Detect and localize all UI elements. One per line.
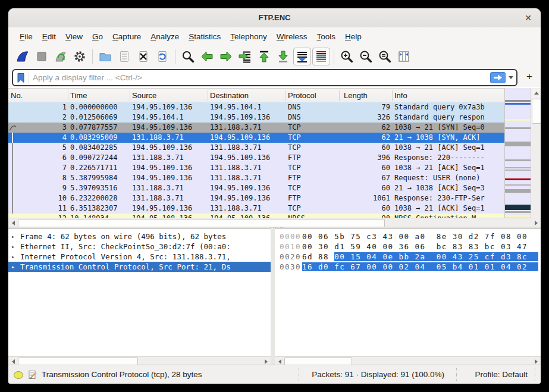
zoom-reset-icon (378, 49, 392, 64)
menu-statistics[interactable]: Statistics (184, 30, 225, 43)
go-first-packet-button[interactable] (255, 48, 273, 65)
arrow-down-bar-icon (276, 49, 290, 64)
table-row[interactable]: 50.083402285194.95.109.136131.188.3.71TC… (8, 143, 504, 153)
menu-wireless[interactable]: Wireless (272, 30, 312, 43)
col-no[interactable]: No. (11, 89, 23, 102)
table-row[interactable]: 60.090727244131.188.3.71194.95.109.136FT… (8, 153, 504, 163)
scrollbar-minimap[interactable] (504, 88, 531, 227)
close-icon[interactable]: ✕ (523, 12, 534, 23)
folder-icon (98, 49, 112, 64)
hscroll-thumb[interactable] (18, 219, 385, 227)
capture-options-button[interactable] (71, 48, 89, 65)
triangle-left-icon (278, 359, 281, 364)
menu-telephony[interactable]: Telephony (225, 30, 272, 43)
arrow-right-icon (219, 49, 233, 64)
filter-dropdown-button[interactable] (507, 71, 515, 84)
restart-capture-button[interactable] (52, 48, 70, 65)
expand-arrow-icon[interactable]: ▸ (11, 231, 15, 242)
toolbar-separator (175, 49, 175, 64)
go-last-packet-button[interactable] (274, 48, 292, 65)
detail-row-tcp-selected[interactable]: ▸Transmission Control Protocol, Src Port… (8, 262, 271, 272)
menu-tools[interactable]: Tools (312, 30, 341, 43)
packet-list-vscrollbar[interactable] (531, 88, 541, 227)
start-capture-button[interactable] (14, 48, 32, 65)
zoom-out-button[interactable] (357, 48, 375, 65)
table-row[interactable]: 30.077877557194.95.109.136131.188.3.71TC… (8, 123, 504, 133)
menu-analyze[interactable]: Analyze (146, 30, 184, 43)
table-row[interactable]: 85.387995984194.95.109.136131.188.3.71FT… (8, 173, 504, 183)
menu-go[interactable]: Go (87, 30, 108, 43)
capture-comment-icon[interactable] (28, 370, 37, 380)
menu-edit[interactable]: Edit (37, 30, 61, 43)
go-to-packet-button[interactable] (236, 48, 254, 65)
menu-view[interactable]: View (61, 30, 87, 43)
menu-capture[interactable]: Capture (108, 30, 146, 43)
packet-list: No. Time Source Destination Protocol Len… (8, 87, 541, 227)
expand-arrow-icon[interactable]: ▸ (11, 242, 15, 252)
status-profile[interactable]: Profile: Default (475, 365, 528, 384)
detail-row-ip[interactable]: ▸Internet Protocol Version 4, Src: 131.1… (8, 252, 271, 262)
table-row[interactable]: 116.351382307194.95.109.136131.188.3.71T… (8, 203, 504, 214)
search-icon (181, 49, 195, 64)
triangle-right-icon (265, 359, 268, 364)
open-file-button[interactable] (96, 48, 114, 65)
scroll-left-button[interactable] (9, 219, 17, 227)
main-toolbar (8, 46, 541, 67)
display-filter-input[interactable] (29, 73, 490, 82)
scroll-right-button[interactable] (532, 219, 540, 227)
detail-row-frame[interactable]: ▸Frame 4: 62 bytes on wire (496 bits), 6… (8, 231, 271, 242)
gear-icon (73, 49, 87, 64)
hex-row[interactable]: 003016 d0 fc 67 00 00 02 04 05 b4 01 01 … (275, 262, 541, 272)
close-file-button[interactable] (134, 48, 152, 65)
table-row[interactable]: 20.012506069194.95.104.1194.95.109.136DN… (8, 112, 504, 123)
colorize-toggle[interactable] (312, 48, 330, 65)
triangle-up-icon (534, 92, 539, 95)
arrow-up-bar-icon (257, 49, 271, 64)
resize-columns-button[interactable] (395, 48, 413, 65)
col-time[interactable]: Time (70, 89, 87, 102)
add-filter-button[interactable]: + (523, 69, 536, 84)
vscroll-thumb[interactable] (532, 99, 541, 124)
stop-capture-button[interactable] (33, 48, 51, 65)
auto-scroll-toggle[interactable] (293, 48, 311, 65)
table-row[interactable]: 95.397093516131.188.3.71194.95.109.136TC… (8, 183, 504, 193)
col-info[interactable]: Info (394, 89, 407, 102)
col-protocol[interactable]: Protocol (288, 89, 316, 102)
table-row[interactable]: 1210.148934194.95.108.136194.95.109.136N… (8, 214, 504, 218)
save-file-button[interactable] (115, 48, 133, 65)
col-length[interactable]: Length (344, 89, 368, 102)
expand-arrow-icon[interactable]: ▸ (11, 252, 15, 262)
filter-bookmark-icon[interactable] (13, 71, 29, 84)
col-destination[interactable]: Destination (210, 89, 249, 102)
go-forward-button[interactable] (217, 48, 235, 65)
hex-row[interactable]: 00206d 88 00 15 04 0e bb 2a 00 43 25 cf … (275, 252, 541, 262)
table-row[interactable]: 70.226571711194.95.109.136131.188.3.71TC… (8, 163, 504, 173)
go-back-button[interactable] (198, 48, 216, 65)
menu-file[interactable]: File (15, 30, 37, 43)
pane-splitter-vertical[interactable] (271, 228, 275, 365)
reload-file-button[interactable] (153, 48, 171, 65)
menu-help[interactable]: Help (340, 30, 366, 43)
table-row-selected[interactable]: 40.083295009131.188.3.71194.95.109.136TC… (8, 133, 504, 143)
hex-row[interactable]: 001000 30 d1 59 40 00 36 06 bc 83 83 bc … (275, 242, 541, 252)
reload-document-icon (155, 49, 170, 64)
detail-row-ethernet[interactable]: ▸Ethernet II, Src: CheckPointSo_30:d2:7f… (8, 242, 271, 252)
titlebar[interactable]: FTP.ENC ✕ (8, 8, 541, 28)
zoom-reset-button[interactable] (376, 48, 394, 65)
expand-arrow-icon[interactable]: ▸ (11, 262, 15, 272)
restart-fin-icon (54, 49, 68, 64)
col-source[interactable]: Source (132, 89, 156, 102)
zoom-in-button[interactable] (338, 48, 356, 65)
packet-list-header[interactable]: No. Time Source Destination Protocol Len… (8, 88, 504, 104)
scroll-up-button[interactable] (532, 89, 541, 98)
arrow-left-icon (200, 49, 214, 64)
expert-info-icon[interactable] (14, 371, 23, 379)
apply-filter-button[interactable] (490, 72, 506, 83)
stop-icon (34, 49, 49, 64)
jump-to-packet-icon (238, 49, 252, 64)
find-packet-button[interactable] (179, 48, 197, 65)
table-row[interactable]: 106.232200028131.188.3.71194.95.109.136F… (8, 193, 504, 203)
table-row[interactable]: 10.000000000194.95.109.136194.95.104.1DN… (8, 102, 504, 112)
resize-columns-icon (397, 49, 411, 64)
hex-row[interactable]: 000000 06 5b 75 c3 43 00 a0 8e 30 d2 7f … (275, 231, 541, 242)
